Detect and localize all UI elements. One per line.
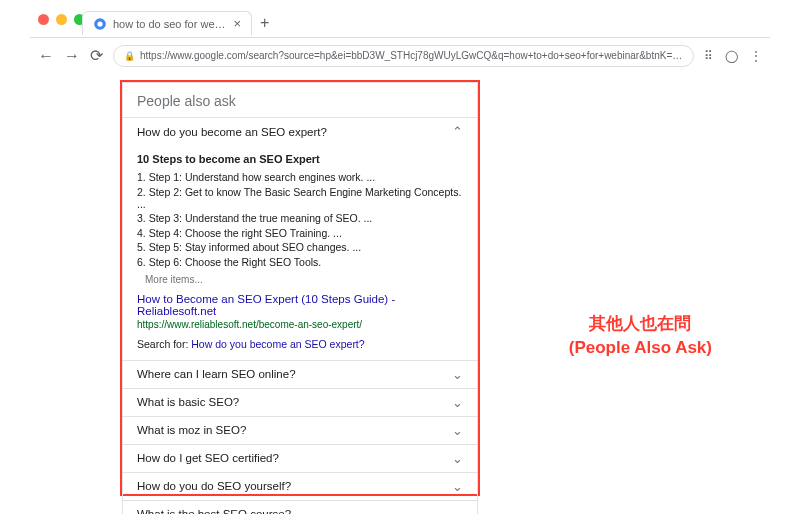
- list-item: 4. Step 4: Choose the right SEO Training…: [137, 227, 463, 239]
- paa-answer-panel: 10 Steps to become an SEO Expert 1. Step…: [123, 145, 477, 360]
- answer-steps-list: 1. Step 1: Understand how search engines…: [137, 171, 463, 268]
- chevron-down-icon: ⌄: [452, 507, 463, 515]
- paa-question[interactable]: Where can I learn SEO online?⌄: [123, 360, 477, 388]
- tab-title: how to do seo for webinar - Go: [113, 18, 227, 30]
- back-button[interactable]: ←: [38, 47, 54, 65]
- reload-button[interactable]: ⟳: [90, 46, 103, 65]
- lock-icon: 🔒: [124, 51, 135, 61]
- paa-question[interactable]: What is basic SEO?⌄: [123, 388, 477, 416]
- search-for: Search for: How do you become an SEO exp…: [137, 338, 463, 350]
- chevron-down-icon: ⌄: [452, 423, 463, 438]
- address-bar[interactable]: 🔒 https://www.google.com/search?source=h…: [113, 45, 694, 67]
- paa-question[interactable]: What is the best SEO course?⌄: [123, 500, 477, 515]
- translate-icon[interactable]: ⠿: [704, 49, 713, 63]
- forward-button[interactable]: →: [64, 47, 80, 65]
- url-text: https://www.google.com/search?source=hp&…: [140, 50, 683, 61]
- result-url: https://www.reliablesoft.net/become-an-s…: [137, 319, 463, 330]
- google-favicon-icon: [93, 17, 107, 31]
- paa-header: People also ask: [123, 83, 477, 117]
- list-item: 1. Step 1: Understand how search engines…: [137, 171, 463, 183]
- chevron-up-icon: ⌃: [452, 124, 463, 139]
- window-close[interactable]: [38, 14, 49, 25]
- chevron-down-icon: ⌄: [452, 395, 463, 410]
- profile-icon[interactable]: ◯: [725, 49, 738, 63]
- close-icon[interactable]: ×: [233, 16, 241, 31]
- list-item: 2. Step 2: Get to know The Basic Search …: [137, 186, 463, 210]
- list-item: 5. Step 5: Stay informed about SEO chang…: [137, 241, 463, 253]
- paa-question-text: How do you become an SEO expert?: [137, 126, 327, 138]
- chevron-down-icon: ⌄: [452, 479, 463, 494]
- list-item: 6. Step 6: Choose the Right SEO Tools.: [137, 256, 463, 268]
- chevron-down-icon: ⌄: [452, 367, 463, 382]
- people-also-ask-box: People also ask How do you become an SEO…: [120, 80, 480, 496]
- paa-question[interactable]: How do I get SEO certified?⌄: [123, 444, 477, 472]
- paa-question-expanded[interactable]: How do you become an SEO expert? ⌃: [123, 117, 477, 145]
- list-item: 3. Step 3: Understand the true meaning o…: [137, 212, 463, 224]
- more-items-link[interactable]: More items...: [145, 274, 463, 285]
- paa-question[interactable]: What is moz in SEO?⌄: [123, 416, 477, 444]
- menu-icon[interactable]: ⋮: [750, 49, 762, 63]
- new-tab-button[interactable]: +: [260, 14, 269, 32]
- browser-tab[interactable]: how to do seo for webinar - Go ×: [82, 11, 252, 35]
- answer-title: 10 Steps to become an SEO Expert: [137, 153, 463, 165]
- annotation-label: 其他人也在問 (People Also Ask): [569, 312, 712, 360]
- chevron-down-icon: ⌄: [452, 451, 463, 466]
- window-minimize[interactable]: [56, 14, 67, 25]
- result-title-link[interactable]: How to Become an SEO Expert (10 Steps Gu…: [137, 293, 463, 317]
- paa-question[interactable]: How do you do SEO yourself?⌄: [123, 472, 477, 500]
- search-for-link[interactable]: How do you become an SEO expert?: [191, 338, 364, 350]
- svg-point-1: [97, 21, 102, 26]
